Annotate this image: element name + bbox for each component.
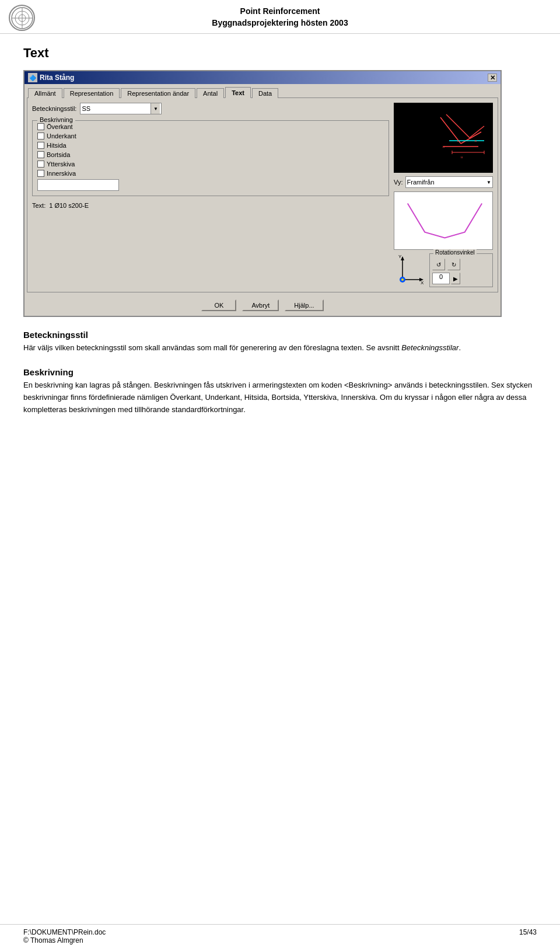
rot-value-input[interactable]: 0 (432, 273, 450, 284)
beteckningsstil-dropdown[interactable]: SS ▼ (80, 103, 162, 114)
checkbox-innerskiva-row: Innerskiva (37, 170, 384, 177)
beteckningsstil-body: Här väljs vilken beteckningsstil som ska… (23, 342, 537, 354)
svg-line-8 (461, 132, 481, 144)
ok-button[interactable]: OK (201, 299, 236, 311)
text-value-row: Text: 1 Ø10 s200-E (32, 202, 389, 209)
checkbox-ytterskiva-label: Ytterskiva (47, 161, 75, 168)
checkbox-overkant-row: Överkant (37, 123, 384, 130)
beteckningsstil-dropdown-arrow[interactable]: ▼ (150, 103, 160, 114)
svg-text:×: × (457, 138, 460, 144)
footer-page: 15/43 (519, 928, 537, 944)
page-title: Text (23, 46, 537, 61)
beskrivning-heading: Beskrivning (23, 367, 537, 377)
dialog-icon: 🔷 (28, 73, 37, 82)
page-footer: F:\DOKUMENT\PRein.doc © Thomas Almgren 1… (0, 924, 560, 948)
dialog-titlebar-left: 🔷 Rita Stång (28, 73, 74, 82)
checkbox-underkant-label: Underkant (47, 133, 76, 140)
beskrivning-body: En beskrivning kan lagras på stången. Be… (23, 379, 537, 416)
checkbox-ytterskiva-row: Ytterskiva (37, 161, 384, 168)
beteckningsstil-row: Beteckningsstil: SS ▼ (32, 103, 389, 114)
checkbox-overkant-label: Överkant (47, 123, 73, 130)
tab-representation[interactable]: Representation (64, 88, 120, 98)
preview-black: × × × u (394, 103, 493, 173)
avbryt-button[interactable]: Avbryt (242, 299, 279, 311)
beskrivning-legend: Beskrivning (37, 116, 75, 123)
beskrivning-group: Beskrivning Överkant Underkant Hitsida (32, 120, 389, 196)
checkbox-hitsida-label: Hitsida (47, 142, 66, 149)
beteckningsstil-heading: Beteckningsstil (23, 330, 537, 340)
dialog-right-panel: × × × u Vy: Framifrån (394, 103, 493, 287)
svg-text:×: × (474, 138, 477, 144)
rot-left-button[interactable]: ↺ (432, 259, 445, 270)
tab-antal[interactable]: Antal (197, 88, 224, 98)
footer-left: F:\DOKUMENT\PRein.doc © Thomas Almgren (23, 928, 106, 944)
tab-allman[interactable]: Allmänt (28, 88, 62, 98)
beteckningsstil-label: Beteckningsstil: (32, 105, 76, 112)
beskrivning-text-input[interactable] (37, 179, 119, 191)
dialog-body: Beteckningsstil: SS ▼ Beskrivning Överka… (27, 97, 498, 292)
vy-label: Vy: (394, 179, 403, 186)
svg-text:Y: Y (398, 254, 402, 259)
svg-text:X: X (421, 280, 424, 285)
vy-row: Vy: Framifrån ▼ (394, 176, 493, 188)
rot-increment-button[interactable]: ▶ (451, 273, 460, 284)
page-header: Point Reinforcement Byggnadsprojektering… (0, 0, 560, 34)
vy-dropdown-arrow[interactable]: ▼ (487, 180, 491, 185)
tab-data[interactable]: Data (252, 88, 278, 98)
dialog-titlebar: 🔷 Rita Stång ✕ (24, 71, 501, 84)
checkbox-bortsida-label: Bortsida (47, 151, 70, 158)
checkbox-hitsida-row: Hitsida (37, 142, 384, 149)
checkbox-underkant-row: Underkant (37, 133, 384, 140)
dialog-box: 🔷 Rita Stång ✕ Allmänt Representation Re… (23, 70, 502, 317)
vy-value: Framifrån (407, 179, 487, 186)
checkbox-bortsida-row: Bortsida (37, 151, 384, 158)
dialog-title: Rita Stång (40, 74, 74, 82)
checkbox-overkant[interactable] (37, 123, 44, 130)
checkbox-underkant[interactable] (37, 133, 44, 140)
header-title-line2: Byggnadsprojektering hösten 2003 (212, 18, 348, 29)
vy-dropdown[interactable]: Framifrån ▼ (405, 176, 494, 188)
footer-filepath: F:\DOKUMENT\PRein.doc (23, 928, 106, 936)
tab-representation-andar[interactable]: Representation ändar (121, 88, 195, 98)
checkbox-ytterskiva[interactable] (37, 161, 44, 168)
svg-line-5 (446, 114, 470, 138)
checkbox-hitsida[interactable] (37, 142, 44, 149)
dialog-buttons: OK Avbryt Hjälp... (24, 295, 501, 316)
tab-text[interactable]: Text (225, 87, 251, 98)
rot-right-button[interactable]: ↻ (447, 259, 460, 270)
checkbox-innerskiva[interactable] (37, 170, 44, 177)
rotationsvinkel-legend: Rotationsvinkel (433, 249, 477, 256)
preview-white (394, 191, 493, 250)
rot-controls: ↺ ↻ (432, 259, 490, 270)
axis-area: Y X (394, 253, 426, 285)
header-text: Point Reinforcement Byggnadsprojektering… (212, 6, 348, 29)
rotationsvinkel-section: Rotationsvinkel ↺ ↻ 0 ▶ (429, 253, 493, 287)
header-title-line1: Point Reinforcement (212, 6, 348, 18)
footer-copyright: © Thomas Almgren (23, 936, 106, 944)
svg-line-6 (470, 126, 484, 138)
dialog-left-panel: Beteckningsstil: SS ▼ Beskrivning Överka… (32, 103, 389, 287)
svg-point-25 (401, 278, 404, 281)
text-value: 1 Ø10 s200-E (49, 202, 89, 209)
page-content: Text 🔷 Rita Stång ✕ Allmänt Representati… (0, 34, 560, 432)
svg-text:u: u (461, 155, 463, 159)
checkbox-bortsida[interactable] (37, 151, 44, 158)
text-label: Text: (32, 202, 46, 209)
hjalp-button[interactable]: Hjälp... (285, 299, 323, 311)
svg-text:×: × (442, 144, 445, 149)
logo-icon (9, 5, 35, 31)
beteckningsstil-value: SS (82, 105, 150, 112)
close-button[interactable]: ✕ (488, 74, 497, 82)
dialog-tabs: Allmänt Representation Representation än… (24, 84, 501, 97)
checkbox-innerskiva-label: Innerskiva (47, 170, 76, 177)
